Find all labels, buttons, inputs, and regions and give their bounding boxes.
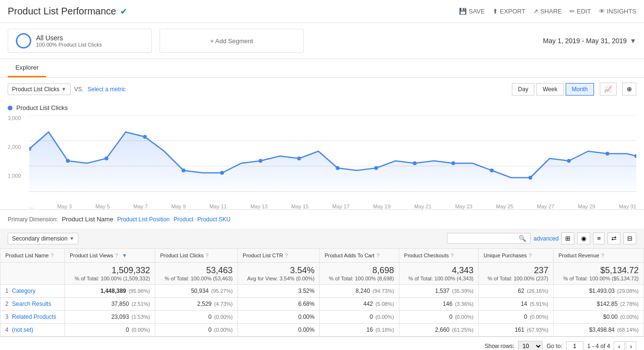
sort-icon: ▼ (122, 253, 127, 258)
row-link-4[interactable]: (not set) (12, 326, 33, 333)
svg-point-8 (143, 135, 147, 139)
help-icon: ? (115, 253, 118, 258)
row-purchases-4: 161 (67.93%) (479, 324, 554, 337)
controls-row: Product List Clicks ▼ VS. Select a metri… (0, 78, 644, 100)
row-link-3[interactable]: Related Products (12, 314, 56, 320)
dim-link-sku[interactable]: Product SKU (197, 216, 230, 223)
row-link-2[interactable]: Search Results (12, 301, 51, 307)
x-label-1: May 3 (57, 204, 72, 209)
dim-link-position[interactable]: Product List Position (117, 216, 170, 223)
y-label-3000: 3,000 (8, 115, 29, 121)
row-ctr-4: 0.00% (238, 324, 320, 337)
metric-label: Product List Clicks (12, 86, 60, 93)
x-label-3: May 7 (133, 204, 148, 209)
row-clicks-4: 0 (0.00%) (155, 324, 238, 337)
help-icon: ? (285, 253, 288, 258)
secondary-dimension-dropdown[interactable]: Secondary dimension ▼ (8, 233, 78, 244)
x-label-9: May 19 (373, 204, 390, 209)
chevron-down-icon: ▼ (62, 86, 66, 92)
export-icon: ⬆ (493, 8, 498, 15)
table-row: 4 (not set) 0 (0.00%) 0 (0.00%) 0.00% 16… (0, 324, 644, 337)
edit-icon: ✏ (570, 8, 575, 15)
svg-point-13 (336, 166, 340, 170)
search-input[interactable] (451, 235, 519, 242)
save-button[interactable]: 💾 SAVE (459, 8, 485, 15)
search-icon: 🔍 (519, 235, 526, 242)
chart-legend: Product List Clicks (8, 100, 636, 115)
x-label-12: May 25 (496, 204, 513, 209)
all-users-segment[interactable]: All Users 100.00% Product List Clicks (8, 29, 152, 53)
metric-select[interactable]: Product List Clicks ▼ (8, 84, 71, 95)
row-purchases-3: 0 (0.00%) (479, 311, 554, 324)
svg-point-10 (220, 171, 224, 175)
grid-view-button[interactable]: ⊞ (561, 232, 574, 244)
save-icon: 💾 (459, 8, 467, 15)
chart-xaxis: ... May 3 May 5 May 7 May 9 May 11 May 1… (8, 204, 636, 209)
row-views-1: 1,448,389 (95.96%) (65, 285, 155, 298)
th-purchases[interactable]: Unique Purchases ? (479, 249, 554, 263)
insights-button[interactable]: 👁 INSIGHTS (599, 8, 636, 15)
th-revenue[interactable]: Product Revenue ? (553, 249, 644, 263)
search-box[interactable]: 🔍 (447, 233, 531, 244)
th-views[interactable]: Product List Views ? ▼ (65, 249, 155, 263)
compare-button[interactable]: ≡ (593, 232, 605, 244)
add-segment-button[interactable]: + Add Segment (160, 29, 304, 53)
help-icon: ? (601, 253, 604, 258)
goto-input[interactable] (566, 341, 583, 350)
x-label-0: ... (29, 204, 34, 209)
secondary-dimension-label: Secondary dimension (12, 235, 67, 242)
row-link-1[interactable]: Category (12, 288, 36, 294)
columns-button[interactable]: ⊟ (623, 232, 636, 244)
export-button[interactable]: ⬆ EXPORT (493, 8, 525, 15)
row-purchases-1: 62 (26.16%) (479, 285, 554, 298)
advanced-link[interactable]: advanced (533, 235, 558, 242)
show-rows-label: Show rows: (484, 343, 514, 350)
th-ctr[interactable]: Product List CTR ? (238, 249, 320, 263)
month-button[interactable]: Month (566, 83, 594, 96)
row-revenue-1: $1,493.03 (29.08%) (553, 285, 644, 298)
totals-row: 1,509,332 % of Total: 100.00% (1,509,332… (0, 263, 644, 285)
date-range-selector[interactable]: May 1, 2019 - May 31, 2019 ▼ (543, 37, 636, 45)
line-chart-button[interactable]: 📈 (600, 83, 617, 96)
totals-views: 1,509,332 % of Total: 100.00% (1,509,332… (65, 263, 155, 285)
rows-per-page-select[interactable]: 10 25 50 100 (518, 341, 543, 350)
segment-bar: All Users 100.00% Product List Clicks + … (0, 23, 644, 59)
tab-explorer[interactable]: Explorer (8, 59, 46, 77)
week-button[interactable]: Week (536, 83, 563, 96)
th-checkouts[interactable]: Product Checkouts ? (399, 249, 478, 263)
controls-right: Day Week Month 📈 ⊕ (512, 83, 636, 96)
pie-chart-button[interactable]: ⊕ (622, 83, 636, 96)
th-clicks[interactable]: Product List Clicks ? (155, 249, 238, 263)
table-tools: 🔍 advanced ⊞ ◉ ≡ ⇄ ⊟ (447, 232, 636, 244)
help-icon: ? (206, 253, 209, 258)
x-label-8: May 17 (332, 204, 349, 209)
edit-button[interactable]: ✏ EDIT (570, 8, 591, 15)
share-button[interactable]: ↗ SHARE (533, 8, 562, 15)
x-label-7: May 15 (291, 204, 309, 209)
page-nav: ‹ › (614, 341, 636, 350)
pie-view-button[interactable]: ◉ (577, 232, 590, 244)
next-page-button[interactable]: › (626, 341, 636, 350)
page-range: 1 - 4 of 4 (587, 343, 610, 350)
svg-point-19 (567, 159, 571, 163)
y-label-1000: 1,000 (8, 173, 29, 179)
row-adds-4: 16 (0.18%) (320, 324, 399, 337)
chart-area: Product List Clicks 3,000 2,000 1,000 (0, 100, 644, 209)
select-metric-link[interactable]: Select a metric (87, 86, 125, 93)
table-header-row: Product List Name ? Product List Views ?… (0, 249, 644, 263)
x-label-11: May 23 (455, 204, 472, 209)
row-clicks-1: 50,934 (95.27%) (155, 285, 238, 298)
row-views-3: 23,093 (1.53%) (65, 311, 155, 324)
th-adds[interactable]: Product Adds To Cart ? (320, 249, 399, 263)
row-revenue-2: $142.85 (2.78%) (553, 298, 644, 311)
dim-link-product[interactable]: Product (173, 216, 193, 223)
edit-label: EDIT (577, 8, 591, 15)
day-button[interactable]: Day (512, 83, 534, 96)
date-range-arrow: ▼ (630, 37, 636, 45)
prev-page-button[interactable]: ‹ (614, 341, 624, 350)
pivot-button[interactable]: ⇄ (607, 232, 620, 244)
svg-point-18 (528, 176, 532, 180)
totals-revenue: $5,134.72 % of Total: 100.00% ($5,134.72… (553, 263, 644, 285)
row-adds-3: 0 (0.00%) (320, 311, 399, 324)
row-clicks-2: 2,529 (4.73%) (155, 298, 238, 311)
